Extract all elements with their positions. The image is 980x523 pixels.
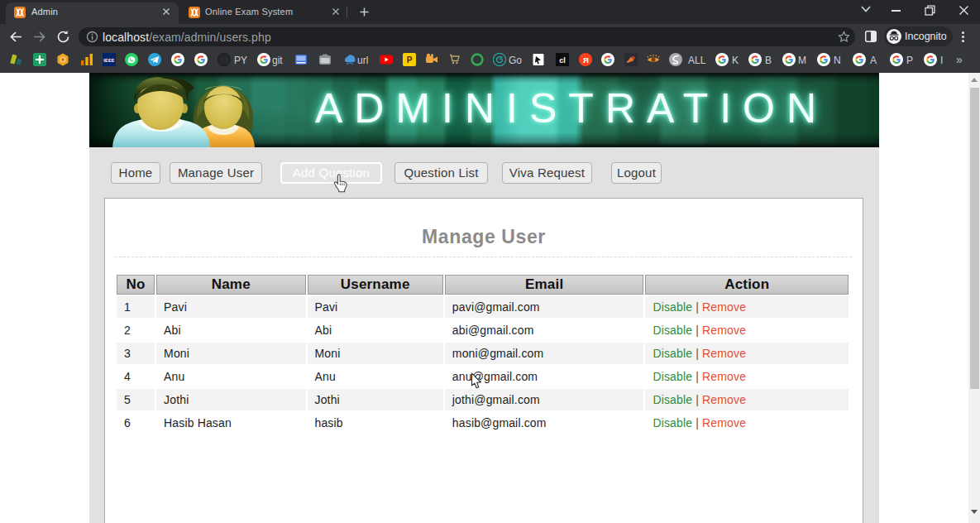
svg-text:cl: cl xyxy=(559,56,566,65)
svg-text:P: P xyxy=(407,55,413,65)
svg-text:IEEE: IEEE xyxy=(103,58,115,63)
svg-text:R: R xyxy=(583,55,589,65)
